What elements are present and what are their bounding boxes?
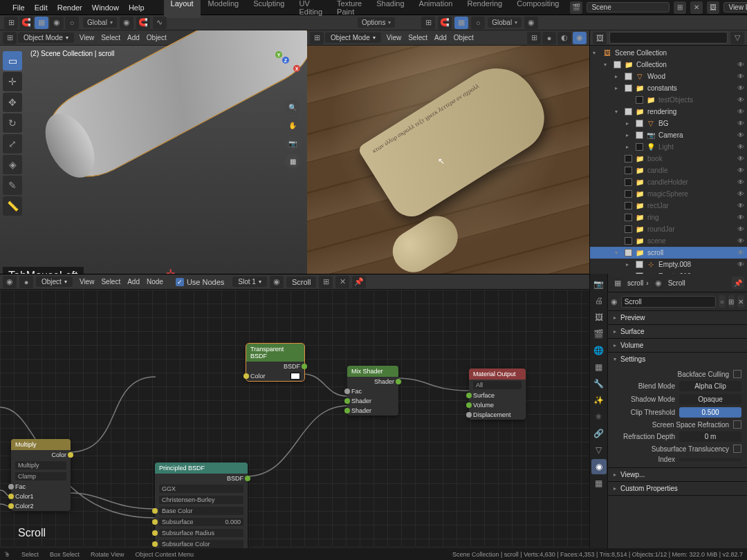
ptab-data-icon[interactable]: ▽ [591,442,607,458]
output-target-field[interactable]: All [473,381,522,389]
measure-tool[interactable]: 📏 [3,196,22,216]
menu-window[interactable]: Window [92,3,119,12]
mat-pin-icon[interactable]: 📌 [352,276,366,288]
layer-icon[interactable]: 🖼 [707,1,719,14]
principled-sss-method[interactable]: Christensen-Burley [159,496,243,504]
gizmo-x-axis[interactable]: X [293,65,300,72]
panel-viewport[interactable]: Viewp... [608,468,747,481]
vp2-menu-select[interactable]: Select [408,34,427,41]
bc-mat-icon[interactable]: ◉ [652,277,665,289]
principled-subsurface-radius[interactable]: Subsurface Radius [155,528,248,539]
vp2-menu-view[interactable]: View [387,34,402,41]
scene-name-field[interactable] [587,2,670,12]
principled-subsurface[interactable]: Subsurface0.000 [155,516,248,528]
multiply-in-fac[interactable]: Fac [11,482,71,492]
tab-shading[interactable]: Shading [369,0,411,18]
vp2-menu-object[interactable]: Object [454,34,474,41]
mat-name-input[interactable] [621,296,716,308]
material-name-field[interactable]: Scroll [286,277,317,288]
node-transparent-bsdf[interactable]: Transparent BSDF BSDF Color [246,344,304,381]
shading-rendered-icon[interactable]: ◉ [573,32,587,44]
mat-del-icon[interactable]: ✕ [737,295,744,308]
shading-material-icon[interactable]: ◐ [557,32,571,44]
principled-distribution[interactable]: GGX [159,485,243,493]
shadow-mode-field[interactable]: Opaque [679,394,741,404]
vp2-proportional-icon[interactable]: ○ [471,17,485,29]
node-menu-node[interactable]: Node [147,278,163,286]
nav-gizmo[interactable]: X Y Z [270,51,300,82]
tree-item-light[interactable]: ▸💡Light👁 [590,141,747,153]
node-menu-select[interactable]: Select [101,278,120,286]
mix-out-shader[interactable]: Shader [347,377,398,386]
tree-item-rendering[interactable]: ▾📁rendering👁 [590,106,747,118]
ptab-particles-icon[interactable]: ✨ [591,393,607,408]
tree-item-camera[interactable]: ▸📷Camera👁 [590,129,747,141]
multiply-clamp-field[interactable]: Clamp [15,472,66,480]
output-in-displacement[interactable]: Displacement [469,410,526,420]
node-menu-add[interactable]: Add [127,278,140,286]
scale-tool[interactable]: ⤢ [3,134,22,153]
proportional-icon[interactable]: ○ [65,17,79,29]
panel-surface[interactable]: Surface [608,325,747,338]
panel-volume[interactable]: Volume [608,339,747,352]
annotate-tool[interactable]: ✎ [3,176,22,195]
vp2-editor-icon[interactable]: ⊞ [310,32,324,44]
mat-new2-icon[interactable]: ⊞ [728,295,735,308]
transform-tool[interactable]: ◈ [3,155,22,174]
outliner-filter-icon[interactable]: ▽ [730,32,744,44]
output-in-volume[interactable]: Volume [469,400,526,410]
node-multiply-out-color[interactable]: Color [11,450,71,460]
ptab-render-icon[interactable]: 📷 [591,277,607,292]
panel-custom-props[interactable]: Custom Properties [608,482,747,495]
refraction-depth-field[interactable]: 0 m [679,431,741,442]
pass-index-field[interactable] [679,458,741,461]
vp2-snap-icon[interactable]: 🧲 [438,17,452,29]
ptab-modifier-icon[interactable]: 🔧 [591,376,607,391]
blend-mode-field[interactable]: Alpha Clip [679,381,741,391]
persp-ortho-icon[interactable]: ▦ [285,153,300,169]
node-mix-shader[interactable]: Mix Shader Shader Fac Shader Shader [347,366,398,416]
outliner-search[interactable] [609,32,728,44]
panel-preview[interactable]: Preview [608,311,747,324]
rotate-tool[interactable]: ↻ [3,113,22,133]
screen-space-check[interactable] [733,420,741,429]
snap-icon[interactable]: 🧲 [19,17,33,29]
multiply-in-color2[interactable]: Color2 [11,501,71,511]
cursor-tool[interactable]: ✛ [3,72,22,91]
shading-wireframe-icon[interactable]: ⊞ [527,32,541,44]
menu-edit[interactable]: Edit [35,3,48,12]
tree-item-testobjects[interactable]: 📁testObjects👁 [590,94,747,106]
vp2-snap-type-icon[interactable]: ▦ [454,17,468,29]
tab-sculpting[interactable]: Sculpting [246,0,291,18]
node-principled-bsdf[interactable]: Principled BSDF BSDF GGX Christensen-Bur… [155,463,248,560]
tree-item-scroll[interactable]: ▾📁scroll👁 [590,247,747,259]
mat-unlink-icon[interactable]: ✕ [335,276,349,288]
tree-item-roundjar[interactable]: 📁roundJar👁 [590,223,747,235]
mix-in-shader2[interactable]: Shader [347,406,398,416]
vp2-canvas[interactable]: ↖ [307,46,589,274]
ptab-world-icon[interactable]: 🌐 [591,343,607,358]
tree-scene-collection[interactable]: ▾🖼 Scene Collection [590,47,747,59]
slot-dropdown[interactable]: Slot 1 [232,277,267,287]
node-multiply[interactable]: Multiply Color Multiply Clamp Fac Color1… [11,439,71,511]
tree-item-candleholder[interactable]: 📁candleHolder👁 [590,176,747,188]
mat-browse-icon[interactable]: ◉ [270,276,284,288]
tree-item-bg[interactable]: ▸▽BG👁 [590,118,747,129]
bc-mesh-icon[interactable]: ▦ [611,277,625,289]
clip-threshold-field[interactable]: 0.500 [679,407,741,418]
ptab-scene-icon[interactable]: 🎬 [591,326,607,342]
mat-new-icon[interactable]: ⊞ [319,276,333,288]
props-pin-icon[interactable]: 📌 [732,277,744,289]
use-nodes-toggle[interactable]: ✓ Use Nodes [176,278,224,286]
outliner-display-icon[interactable]: 🖼 [593,32,607,44]
tree-item-magicsphere[interactable]: 📁magicSphere👁 [590,188,747,200]
shading-solid-icon[interactable]: ● [542,32,556,44]
multiply-in-color1[interactable]: Color1 [11,492,71,501]
tab-rendering[interactable]: Rendering [460,0,509,18]
layer-name-field[interactable] [723,2,747,12]
menu-render[interactable]: Render [57,3,82,12]
transparent-out-bsdf[interactable]: BSDF [246,362,304,371]
sss-trans-check[interactable] [733,445,741,453]
node-material-output[interactable]: Material Output All Surface Volume Displ… [469,368,526,420]
mix-in-fac[interactable]: Fac [347,386,398,396]
